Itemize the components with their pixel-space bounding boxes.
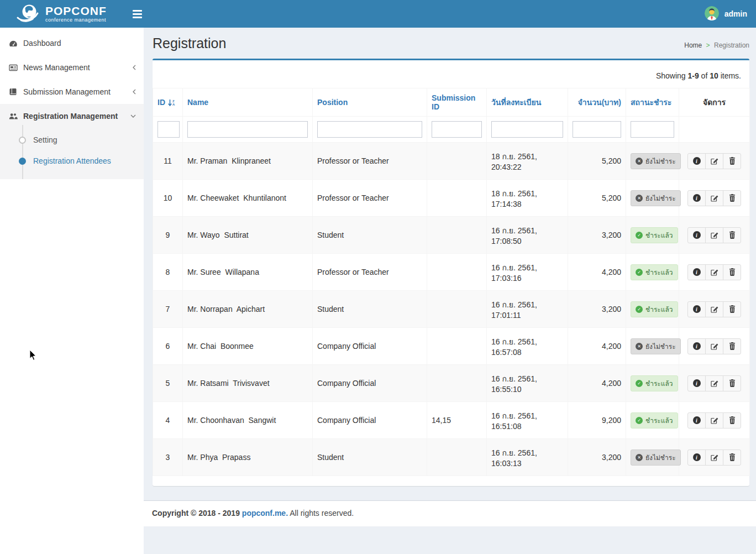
filter-name-input[interactable] xyxy=(187,121,308,138)
status-icon: ✓ xyxy=(636,306,643,313)
row-actions: i xyxy=(687,301,741,317)
filter-row xyxy=(153,117,750,143)
sidebar-item-label: News Management xyxy=(23,63,129,72)
sidebar-item-news-management[interactable]: News Management xyxy=(0,55,144,80)
delete-button[interactable] xyxy=(723,301,741,317)
registration-submenu: Setting Registration Attendees xyxy=(0,128,144,179)
edit-button[interactable] xyxy=(705,412,723,428)
delete-button[interactable] xyxy=(723,227,741,243)
brand-logo[interactable]: POPCONF conference management xyxy=(0,0,144,28)
column-header-submission-id[interactable]: Submission ID xyxy=(427,88,487,117)
filter-id-input[interactable] xyxy=(158,121,180,138)
cell-position: Student xyxy=(313,291,427,328)
view-button[interactable]: i xyxy=(687,227,706,243)
dashboard-icon xyxy=(9,40,23,47)
table-row: 10 Mr. Cheewaket Khuntilanont Professor … xyxy=(153,180,750,217)
column-header-status[interactable]: สถานะชำระ xyxy=(626,88,679,117)
cell-position: Professor or Teacher xyxy=(313,254,427,291)
view-button[interactable]: i xyxy=(687,153,706,169)
sidebar-item-dashboard[interactable]: Dashboard xyxy=(0,31,144,55)
status-icon: ✓ xyxy=(636,380,643,387)
cell-id: 7 xyxy=(153,291,183,328)
view-button[interactable]: i xyxy=(687,264,706,280)
sidebar-item-registration-attendees[interactable]: Registration Attendees xyxy=(0,150,144,171)
column-header-date[interactable]: วันที่ลงทะเบียน xyxy=(487,88,568,117)
trash-icon xyxy=(729,194,736,202)
edit-button[interactable] xyxy=(705,190,723,206)
cell-submission-id xyxy=(427,254,487,291)
edit-button[interactable] xyxy=(705,375,723,391)
view-button[interactable]: i xyxy=(687,450,706,466)
status-icon: ✕ xyxy=(636,454,643,461)
column-header-position[interactable]: Position xyxy=(313,88,427,117)
cell-name: Mr. Wayo Suttirat xyxy=(183,217,313,254)
view-button[interactable]: i xyxy=(687,190,706,206)
filter-date-input[interactable] xyxy=(491,121,563,138)
sidebar-item-label: Submission Management xyxy=(23,87,129,96)
book-icon xyxy=(9,88,23,96)
edit-button[interactable] xyxy=(705,338,723,354)
filter-amount-input[interactable] xyxy=(573,121,621,138)
globe-icon xyxy=(15,2,41,27)
cell-submission-id xyxy=(427,328,487,365)
trash-icon xyxy=(729,231,736,239)
sidebar-item-submission-management[interactable]: Submission Management xyxy=(0,80,144,104)
edit-button[interactable] xyxy=(705,227,723,243)
cell-submission-id xyxy=(427,291,487,328)
brand-title: POPCONF xyxy=(45,5,107,17)
cell-id: 10 xyxy=(153,180,183,217)
sidebar-section-registration-management: Registration Management Setting Registra… xyxy=(0,104,144,179)
delete-button[interactable] xyxy=(723,190,741,206)
status-label: ยังไม่ชำระ xyxy=(645,156,676,166)
view-button[interactable]: i xyxy=(687,412,706,428)
table-row: 4 Mr. Choonhavan Sangwit Company Officia… xyxy=(153,402,750,439)
sidebar-item-setting[interactable]: Setting xyxy=(0,129,144,150)
column-header-name[interactable]: Name xyxy=(183,88,313,117)
edit-button[interactable] xyxy=(705,264,723,280)
delete-button[interactable] xyxy=(723,450,741,466)
breadcrumb-separator: > xyxy=(706,41,710,49)
sidebar-item-label: Setting xyxy=(33,135,57,144)
cell-amount: 4,200 xyxy=(568,328,626,365)
cell-name: Mr. Norrapan Apichart xyxy=(183,291,313,328)
delete-button[interactable] xyxy=(723,338,741,354)
breadcrumb: Home > Registration xyxy=(684,41,749,51)
status-icon: ✓ xyxy=(636,269,643,276)
cell-submission-id xyxy=(427,180,487,217)
delete-button[interactable] xyxy=(723,153,741,169)
view-button[interactable]: i xyxy=(687,375,706,391)
edit-button[interactable] xyxy=(705,153,723,169)
content-area: Registration Home > Registration Showing… xyxy=(144,0,756,500)
filter-submission-id-input[interactable] xyxy=(432,121,482,138)
chevron-left-icon xyxy=(129,65,136,70)
cell-name: Mr. Choonhavan Sangwit xyxy=(183,402,313,439)
cell-position: Student xyxy=(313,439,427,476)
cell-name: Mr. Cheewaket Khuntilanont xyxy=(183,180,313,217)
filter-status-input[interactable] xyxy=(631,121,674,138)
breadcrumb-home-link[interactable]: Home xyxy=(684,41,702,49)
user-menu[interactable]: admin xyxy=(702,0,749,28)
delete-button[interactable] xyxy=(723,264,741,280)
status-icon: ✕ xyxy=(636,343,643,350)
cell-name: Mr. Ratsami Trivisvavet xyxy=(183,365,313,402)
sidebar-toggle-button[interactable] xyxy=(133,8,145,20)
view-button[interactable]: i xyxy=(687,338,706,354)
filter-position-input[interactable] xyxy=(317,121,422,138)
cell-id: 8 xyxy=(153,254,183,291)
edit-icon xyxy=(711,416,718,424)
delete-button[interactable] xyxy=(723,412,741,428)
cell-submission-id: 14,15 xyxy=(427,402,487,439)
edit-button[interactable] xyxy=(705,450,723,466)
trash-icon xyxy=(729,305,736,313)
column-header-id[interactable]: IDZA xyxy=(153,88,183,117)
avatar xyxy=(705,6,719,22)
delete-button[interactable] xyxy=(723,375,741,391)
edit-button[interactable] xyxy=(705,301,723,317)
footer-link[interactable]: popconf.me. xyxy=(242,509,288,518)
sidebar-item-registration-management[interactable]: Registration Management xyxy=(0,104,144,128)
column-header-amount[interactable]: จำนวน(บาท) xyxy=(568,88,626,117)
info-icon: i xyxy=(693,268,701,276)
view-button[interactable]: i xyxy=(687,301,706,317)
cell-date: 16 ก.ย. 2561, 17:03:16 xyxy=(487,254,568,291)
cell-position: Student xyxy=(313,217,427,254)
